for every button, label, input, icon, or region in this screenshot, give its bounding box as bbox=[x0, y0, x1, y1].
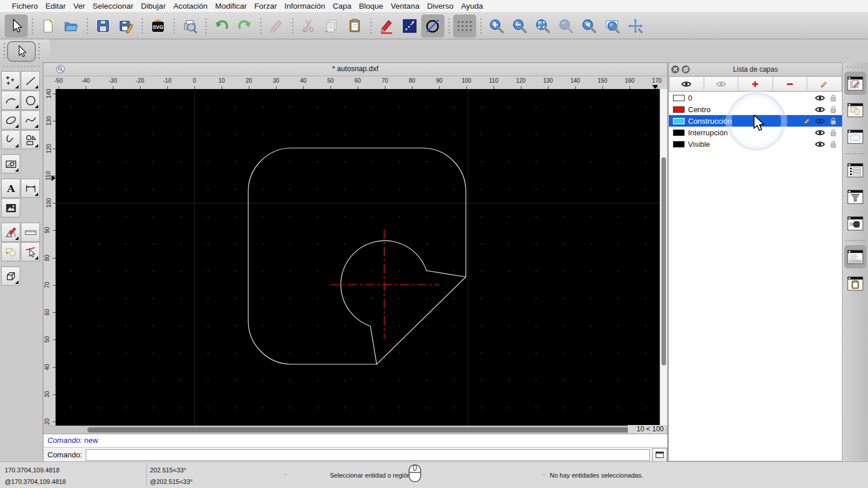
tools-handle[interactable] bbox=[2, 65, 39, 68]
print-preview-button[interactable] bbox=[178, 14, 201, 38]
document-titlebar[interactable]: * autosnap.dxf bbox=[43, 63, 667, 76]
layer-lock-icon[interactable] bbox=[828, 117, 838, 125]
select-pointer-button[interactable] bbox=[5, 14, 28, 38]
command-window-button[interactable] bbox=[652, 448, 667, 462]
entity-line[interactable] bbox=[426, 271, 466, 277]
entity-line[interactable] bbox=[370, 326, 377, 364]
menu-ver[interactable]: Ver bbox=[69, 2, 89, 10]
layer-color-swatch[interactable] bbox=[673, 130, 685, 136]
layer-visibility-icon[interactable] bbox=[815, 94, 825, 102]
layer-color-swatch[interactable] bbox=[673, 106, 685, 113]
circle-tool-button[interactable] bbox=[21, 91, 40, 110]
shapes-tool-button[interactable] bbox=[21, 130, 40, 149]
command-line-panel-button[interactable]: Command bbox=[844, 245, 866, 268]
layer-color-swatch[interactable] bbox=[673, 95, 685, 101]
horizontal-scrollbar[interactable]: 10 < 100 bbox=[43, 426, 667, 434]
layer-visibility-icon[interactable] bbox=[815, 106, 825, 113]
zoom-previous-button[interactable] bbox=[578, 14, 601, 38]
entity-outline[interactable] bbox=[248, 148, 466, 364]
misc-draw-tool-button[interactable] bbox=[1, 223, 20, 242]
menu-forzar[interactable]: Forzar bbox=[251, 2, 281, 10]
dimension-tool-button[interactable] bbox=[21, 179, 40, 198]
box3d-tool-button[interactable] bbox=[1, 267, 20, 286]
hide-all-layers-button[interactable] bbox=[704, 76, 739, 91]
library-browser-panel-button[interactable] bbox=[844, 125, 866, 148]
remove-layer-button[interactable] bbox=[773, 76, 808, 91]
blocks-tool-button[interactable] bbox=[1, 242, 20, 261]
layer-lock-icon[interactable] bbox=[828, 106, 838, 113]
menu-capa[interactable]: Capa bbox=[329, 2, 355, 10]
property-editor-panel-button[interactable] bbox=[844, 158, 866, 182]
clipboard-panel-button[interactable] bbox=[844, 272, 866, 295]
image-tool-button[interactable] bbox=[1, 198, 20, 217]
layer-visibility-icon[interactable] bbox=[815, 141, 825, 148]
layer-row-centro[interactable]: Centro bbox=[669, 103, 842, 115]
layer-color-swatch[interactable] bbox=[673, 141, 685, 147]
undo-button[interactable] bbox=[210, 14, 233, 38]
ellipse-tool-button[interactable] bbox=[1, 110, 20, 130]
menu-acotacin[interactable]: Acotación bbox=[170, 2, 211, 10]
layer-list-panel-button[interactable] bbox=[844, 72, 866, 95]
menu-fichero[interactable]: Fichero bbox=[8, 2, 42, 10]
menu-ayuda[interactable]: Ayuda bbox=[457, 2, 487, 10]
vertical-scrollbar-thumb[interactable] bbox=[661, 157, 666, 365]
layer-visibility-icon[interactable] bbox=[815, 129, 825, 136]
text-tool-button[interactable]: A bbox=[1, 179, 20, 198]
layer-lock-icon[interactable] bbox=[828, 94, 838, 102]
pan-button[interactable] bbox=[624, 14, 647, 38]
menu-editar[interactable]: Editar bbox=[42, 2, 69, 10]
hatch-tool-button[interactable] bbox=[1, 154, 20, 173]
selection-filter-panel-button[interactable] bbox=[844, 185, 866, 208]
select-pointer-button[interactable] bbox=[7, 41, 36, 62]
save-button[interactable] bbox=[91, 14, 115, 38]
menu-dibujar[interactable]: Dibujar bbox=[137, 2, 170, 10]
layer-row-0[interactable]: 0 bbox=[669, 92, 842, 103]
drawing-canvas[interactable] bbox=[56, 89, 660, 426]
add-layer-button[interactable] bbox=[738, 76, 773, 91]
modify-tool-button[interactable] bbox=[21, 242, 40, 261]
save-as-button[interactable] bbox=[115, 14, 138, 38]
arc-tool-button[interactable] bbox=[1, 91, 20, 110]
line-tool-button[interactable] bbox=[21, 71, 40, 90]
toolbar-handle[interactable] bbox=[38, 42, 40, 58]
layer-visibility-icon[interactable] bbox=[815, 117, 825, 125]
construction-circle-button[interactable] bbox=[421, 14, 444, 38]
zoom-window-button[interactable] bbox=[601, 14, 624, 38]
redo-button[interactable] bbox=[233, 14, 256, 38]
menu-informacin[interactable]: Información bbox=[281, 2, 329, 10]
block-list-panel-button[interactable] bbox=[844, 98, 866, 121]
toolbar-handle[interactable] bbox=[3, 42, 5, 58]
layer-row-visible[interactable]: Visible bbox=[669, 138, 842, 150]
zoom-out-button[interactable] bbox=[508, 14, 531, 38]
menu-diverso[interactable]: Diverso bbox=[423, 2, 457, 10]
paste-button[interactable] bbox=[343, 14, 366, 38]
export-svg-button[interactable]: SVG bbox=[146, 14, 170, 38]
layer-edit-icon[interactable] bbox=[803, 117, 812, 125]
entity-circle-arc[interactable] bbox=[341, 241, 426, 326]
zoom-auto-button[interactable] bbox=[531, 14, 554, 38]
layer-lock-icon[interactable] bbox=[828, 141, 838, 148]
edit-layer-button[interactable] bbox=[807, 76, 842, 91]
menu-ventana[interactable]: Ventana bbox=[387, 2, 424, 10]
menu-seleccionar[interactable]: Seleccionar bbox=[89, 2, 138, 10]
command-input[interactable] bbox=[86, 449, 650, 461]
dock-handle[interactable] bbox=[846, 66, 865, 68]
pen-toolbar-panel-button[interactable] bbox=[844, 212, 866, 235]
points-tool-button[interactable] bbox=[1, 71, 20, 90]
layer-row-construccin[interactable]: Construcción bbox=[669, 115, 842, 127]
ruler-tool-button[interactable] bbox=[21, 223, 40, 242]
open-document-button[interactable] bbox=[60, 14, 83, 38]
pen-button[interactable] bbox=[375, 14, 398, 38]
layer-lock-icon[interactable] bbox=[828, 129, 838, 136]
polyline-tool-button[interactable] bbox=[1, 130, 20, 149]
menu-bloque[interactable]: Bloque bbox=[355, 2, 387, 10]
horizontal-scrollbar-thumb[interactable] bbox=[87, 427, 631, 432]
layer-row-interrupcin[interactable]: Interrupción bbox=[669, 127, 842, 138]
vertical-scrollbar[interactable] bbox=[660, 89, 667, 426]
snap-line-button[interactable] bbox=[398, 14, 421, 38]
zoom-in-button[interactable] bbox=[485, 14, 508, 38]
menu-modificar[interactable]: Modificar bbox=[211, 2, 251, 10]
show-all-layers-button[interactable] bbox=[669, 76, 704, 91]
layer-color-swatch[interactable] bbox=[673, 118, 685, 124]
spline-tool-button[interactable] bbox=[21, 110, 40, 130]
